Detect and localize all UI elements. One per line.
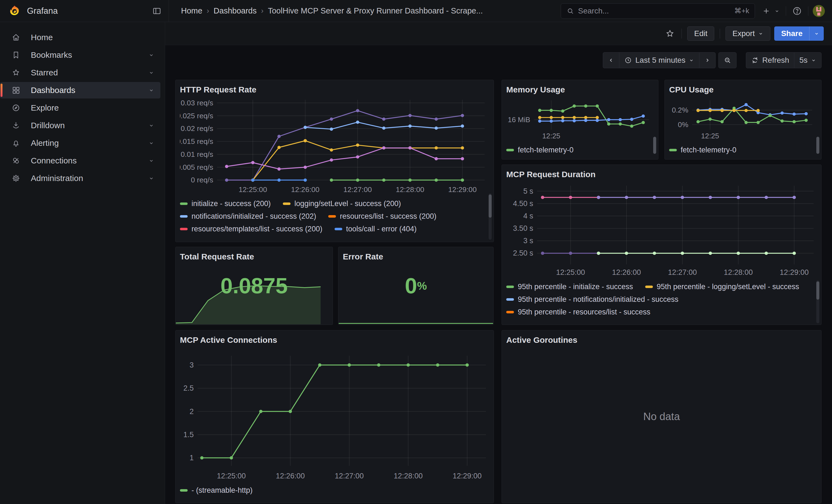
help-icon [792,6,802,16]
refresh-button[interactable]: Refresh [746,52,794,68]
search-input[interactable] [578,7,730,16]
refresh-interval-picker[interactable]: 5s [794,52,822,68]
time-forward-button[interactable] [699,52,716,68]
legend-item[interactable]: notifications/initialized - success (202… [180,212,316,221]
star-icon [11,68,20,77]
svg-text:12:29:00: 12:29:00 [452,472,482,480]
legend-scrollbar-thumb[interactable] [816,137,820,154]
legend-item[interactable]: fetch-telemetry-0 [669,146,736,154]
cpu-usage-chart[interactable]: 12:250.2%0% [669,96,817,141]
panel-title: Memory Usage [506,83,654,96]
legend-label: fetch-telemetry-0 [681,146,736,154]
legend-item[interactable]: 95th percentile - initialize - success [506,283,633,291]
legend-swatch [180,228,188,230]
total-request-rate-value: 0.0875 [220,273,288,298]
time-range-picker[interactable]: Last 5 minutes [619,52,699,68]
favorite-star-button[interactable] [664,27,676,39]
legend-item[interactable]: 95th percentile - logging/setLevel - suc… [645,283,799,291]
legend-item[interactable]: fetch-telemetry-0 [506,146,574,154]
svg-text:0.2%: 0.2% [672,106,688,114]
panel-total-request-rate: Total Request Rate 0.0875 [175,247,333,325]
grid-icon [11,86,20,95]
legend-item[interactable]: tools/list - success (200) [285,237,376,239]
svg-text:12:28:00: 12:28:00 [724,268,753,276]
memory-usage-chart[interactable]: 12:2516 MiB [506,96,654,141]
legend-item[interactable]: initialize - success (200) [180,200,271,208]
legend-scrollbar-thumb[interactable] [653,137,656,154]
search-box[interactable]: ⌘+k [561,3,755,19]
legend-swatch [283,203,290,205]
error-rate-suffix: % [417,280,427,292]
legend-swatch [645,286,653,288]
svg-text:0.01 req/s: 0.01 req/s [181,150,213,158]
sidebar-item-home[interactable]: Home [0,29,160,46]
legend-item[interactable]: logging/setLevel - success (200) [283,200,401,208]
legend-label: 95th percentile - initialize - success [518,283,633,291]
svg-text:12:27:00: 12:27:00 [668,268,697,276]
chevron-down-icon [148,123,154,129]
sidebar-item-drilldown[interactable]: Drilldown [0,117,160,134]
mcp-request-duration-chart[interactable]: 12:25:0012:26:0012:27:0012:28:0012:29:00… [506,181,817,277]
panel-mcp-active-connections: MCP Active Connections 12:25:0012:26:001… [175,330,494,503]
sidebar-toggle-icon[interactable] [151,5,163,17]
svg-text:16 MiB: 16 MiB [508,115,530,124]
search-icon [567,7,574,15]
breadcrumb-item[interactable]: Dashboards [213,6,256,16]
brand-name: Grafana [27,6,151,16]
share-caret-button[interactable] [809,26,824,41]
breadcrumb-item[interactable]: ToolHive MCP Server & Proxy Runner Dashb… [268,6,483,16]
legend-item[interactable]: tools/call - error (404) [335,225,417,233]
zoom-out-icon [724,56,731,64]
dashboard-actions-row: Edit Export Share [165,22,832,45]
sidebar-item-administration[interactable]: Administration [0,170,160,187]
http-request-rate-chart[interactable]: 12:25:0012:26:0012:27:0012:28:0012:29:00… [180,96,490,194]
panel-title: HTTP Request Rate [180,83,489,96]
memory-legend: fetch-telemetry-0 [506,141,654,156]
zoom-out-button[interactable] [718,52,736,68]
mcp-active-connections-chart[interactable]: 12:25:0012:26:0012:27:0012:28:0012:29:00… [180,346,490,481]
legend-scrollbar-thumb[interactable] [816,282,820,299]
sidebar-item-starred[interactable]: Starred [0,64,160,81]
sidebar-item-alerting[interactable]: Alerting [0,135,160,151]
breadcrumb-item[interactable]: Home [181,6,202,16]
grafana-logo [8,5,21,17]
legend-item[interactable]: 95th percentile - notifications/initiali… [506,295,678,304]
svg-text:12:25:00: 12:25:00 [238,185,267,194]
edit-button[interactable]: Edit [687,26,714,41]
sidebar-item-label: Starred [31,68,58,77]
legend-label: 95th percentile - notifications/initiali… [518,295,678,304]
legend-item[interactable]: resources/list - success (200) [328,212,436,221]
sidebar-item-dashboards[interactable]: Dashboards [0,82,160,99]
add-new-caret[interactable] [773,7,781,16]
bookmark-icon [11,51,20,59]
top-nav: Grafana Home›Dashboards›ToolHive MCP Ser… [0,0,832,22]
user-avatar[interactable] [813,5,825,17]
share-button[interactable]: Share [774,26,809,41]
legend-label: - (streamable-http) [191,486,253,495]
legend-item[interactable]: tools/call - success (200) [180,237,273,239]
legend-item[interactable]: unknown - success (200) [389,237,483,239]
sidebar-item-explore[interactable]: Explore [0,100,160,116]
legend-label: fetch-telemetry-0 [518,146,574,154]
svg-text:0 req/s: 0 req/s [191,176,213,184]
export-button[interactable]: Export [726,26,770,41]
help-button[interactable] [790,4,804,18]
legend-item[interactable]: 95th percentile - resources/list - succe… [506,308,650,316]
sidebar-item-label: Connections [31,156,77,165]
sidebar-item-connections[interactable]: Connections [0,152,160,169]
panel-title: MCP Request Duration [506,168,817,181]
search-shortcut: ⌘+k [734,7,749,15]
legend-label: resources/templates/list - success (200) [191,225,322,233]
sidebar-item-bookmarks[interactable]: Bookmarks [0,47,160,63]
star-icon [666,29,674,38]
legend-scrollbar-thumb[interactable] [489,194,492,218]
time-back-button[interactable] [603,52,619,68]
add-new-button[interactable] [760,5,772,17]
chevron-down-icon [148,70,154,76]
panel-http-request-rate: HTTP Request Rate 12:25:0012:26:0012:27:… [175,80,494,242]
legend-swatch [180,215,188,218]
legend-item[interactable]: - (streamable-http) [180,486,253,495]
legend-item[interactable]: resources/templates/list - success (200) [180,225,322,233]
svg-text:0%: 0% [678,121,688,129]
svg-text:2.50 s: 2.50 s [513,249,533,257]
